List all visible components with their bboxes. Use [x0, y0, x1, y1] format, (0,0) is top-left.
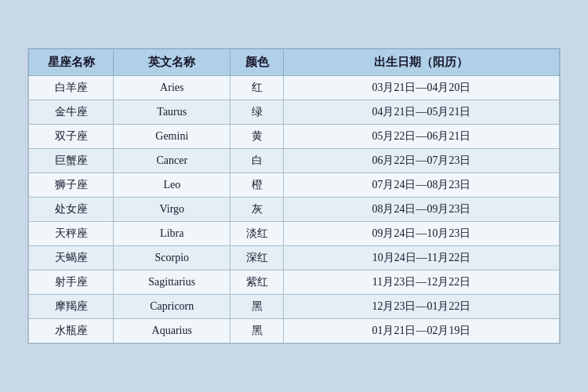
cell-date: 10月24日—11月22日 — [283, 246, 559, 270]
cell-en: Virgo — [114, 198, 230, 222]
table-row: 双子座Gemini黄05月22日—06月21日 — [29, 125, 560, 149]
table-body: 白羊座Aries红03月21日—04月20日金牛座Taurus绿04月21日—0… — [29, 76, 560, 343]
table-row: 天秤座Libra淡红09月24日—10月23日 — [29, 222, 560, 246]
cell-color: 灰 — [230, 198, 284, 222]
header-zh: 星座名称 — [29, 49, 114, 76]
cell-color: 红 — [230, 76, 284, 100]
cell-en: Aquarius — [114, 319, 230, 343]
cell-zh: 双子座 — [29, 125, 114, 149]
cell-en: Scorpio — [114, 246, 230, 270]
table-row: 摩羯座Capricorn黑12月23日—01月22日 — [29, 295, 560, 319]
table-row: 白羊座Aries红03月21日—04月20日 — [29, 76, 560, 100]
cell-color: 深红 — [230, 246, 284, 270]
cell-date: 09月24日—10月23日 — [283, 222, 559, 246]
cell-date: 11月23日—12月22日 — [283, 270, 559, 295]
cell-zh: 白羊座 — [29, 76, 114, 100]
zodiac-table: 星座名称 英文名称 颜色 出生日期（阳历） 白羊座Aries红03月21日—04… — [28, 49, 560, 343]
cell-date: 12月23日—01月22日 — [283, 295, 559, 319]
cell-en: Leo — [114, 173, 230, 198]
cell-en: Cancer — [114, 149, 230, 173]
cell-en: Taurus — [114, 100, 230, 125]
cell-color: 橙 — [230, 173, 284, 198]
cell-color: 淡红 — [230, 222, 284, 246]
cell-color: 绿 — [230, 100, 284, 125]
cell-zh: 摩羯座 — [29, 295, 114, 319]
cell-zh: 射手座 — [29, 270, 114, 295]
table-row: 处女座Virgo灰08月24日—09月23日 — [29, 198, 560, 222]
header-en: 英文名称 — [114, 49, 230, 76]
cell-en: Sagittarius — [114, 270, 230, 295]
cell-date: 07月24日—08月23日 — [283, 173, 559, 198]
cell-zh: 巨蟹座 — [29, 149, 114, 173]
table-header-row: 星座名称 英文名称 颜色 出生日期（阳历） — [29, 49, 560, 76]
table-row: 狮子座Leo橙07月24日—08月23日 — [29, 173, 560, 198]
cell-date: 06月22日—07月23日 — [283, 149, 559, 173]
table-row: 射手座Sagittarius紫红11月23日—12月22日 — [29, 270, 560, 295]
zodiac-table-container: 星座名称 英文名称 颜色 出生日期（阳历） 白羊座Aries红03月21日—04… — [27, 48, 561, 344]
table-row: 金牛座Taurus绿04月21日—05月21日 — [29, 100, 560, 125]
cell-color: 白 — [230, 149, 284, 173]
cell-en: Aries — [114, 76, 230, 100]
header-color: 颜色 — [230, 49, 284, 76]
table-row: 天蝎座Scorpio深红10月24日—11月22日 — [29, 246, 560, 270]
header-date: 出生日期（阳历） — [283, 49, 559, 76]
cell-color: 紫红 — [230, 270, 284, 295]
table-row: 水瓶座Aquarius黑01月21日—02月19日 — [29, 319, 560, 343]
cell-en: Capricorn — [114, 295, 230, 319]
cell-zh: 水瓶座 — [29, 319, 114, 343]
cell-en: Gemini — [114, 125, 230, 149]
cell-zh: 处女座 — [29, 198, 114, 222]
cell-color: 黑 — [230, 295, 284, 319]
cell-date: 03月21日—04月20日 — [283, 76, 559, 100]
cell-zh: 金牛座 — [29, 100, 114, 125]
cell-color: 黑 — [230, 319, 284, 343]
table-row: 巨蟹座Cancer白06月22日—07月23日 — [29, 149, 560, 173]
cell-zh: 狮子座 — [29, 173, 114, 198]
cell-date: 01月21日—02月19日 — [283, 319, 559, 343]
cell-zh: 天秤座 — [29, 222, 114, 246]
cell-date: 08月24日—09月23日 — [283, 198, 559, 222]
cell-zh: 天蝎座 — [29, 246, 114, 270]
cell-en: Libra — [114, 222, 230, 246]
cell-date: 04月21日—05月21日 — [283, 100, 559, 125]
cell-color: 黄 — [230, 125, 284, 149]
cell-date: 05月22日—06月21日 — [283, 125, 559, 149]
